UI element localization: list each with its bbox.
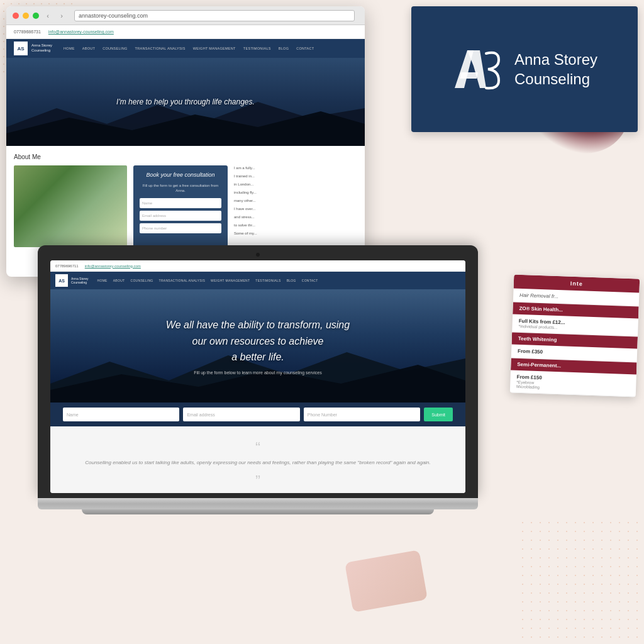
laptop-logo-mark: AS xyxy=(55,274,68,287)
laptop-hero-text: We all have the ability to transform, us… xyxy=(141,317,375,365)
laptop-foot xyxy=(82,509,434,514)
laptop-base xyxy=(38,498,478,509)
brand-card: Anna Storey Counseling xyxy=(411,6,638,132)
nav-home[interactable]: HOME xyxy=(61,47,77,50)
laptop-hero-subtext: Fill up the form below to learn more abo… xyxy=(194,370,321,375)
laptop-nav-blog[interactable]: BLOG xyxy=(285,279,298,282)
nav-blog[interactable]: BLOG xyxy=(276,47,291,50)
laptop-testimonial: “ Counselling enabled us to start talkin… xyxy=(50,426,465,493)
laptop-phone-placeholder: Phone Number xyxy=(308,413,337,417)
browser-url: annastorey-counseling.com xyxy=(79,13,148,19)
consultation-desc: Fill up the form to get a free consultat… xyxy=(140,183,221,194)
hero-text: I'm here to help you through life change… xyxy=(104,97,267,106)
laptop-email-input[interactable]: Email address xyxy=(183,408,299,421)
browser-forward-button[interactable]: › xyxy=(57,11,67,21)
laptop-phone-input[interactable]: Phone Number xyxy=(304,408,420,421)
laptop-email-placeholder: Email address xyxy=(187,413,214,417)
laptop-nav-about[interactable]: ABOUT xyxy=(111,279,127,282)
laptop-bezel: 07789696711 info@annastorey-counseling.c… xyxy=(38,245,478,498)
email-input[interactable]: Email address xyxy=(140,211,221,221)
laptop-screen: 07789696711 info@annastorey-counseling.c… xyxy=(50,260,465,493)
teeth-price: From £350 xyxy=(518,348,631,358)
laptop-nav-testimonials[interactable]: TESTIMONIALS xyxy=(253,279,282,282)
laptop-logo-text: Anna StoreyCounseling xyxy=(71,277,89,285)
laptop-form: Name Email address Phone Number Submit xyxy=(50,402,465,426)
nav-testimonials[interactable]: TESTIMONIALS xyxy=(241,47,274,50)
site-email[interactable]: info@annastorey-counseling.com xyxy=(48,30,114,34)
phone-input[interactable]: Phone number xyxy=(140,223,221,233)
laptop-name-input[interactable]: Name xyxy=(63,408,179,421)
laptop-name-placeholder: Name xyxy=(67,413,79,417)
nav-contact[interactable]: CONTACT xyxy=(294,47,316,50)
logo-text: Anna StoreyCounseling xyxy=(31,43,52,53)
laptop-nav-transactional[interactable]: TRANSACTIONAL ANALYSIS xyxy=(157,279,208,282)
site-topbar: 07789686731 info@annastorey-counseling.c… xyxy=(6,25,365,39)
laptop-nav-contact[interactable]: CONTACT xyxy=(300,279,320,282)
testimonial-quote: Counselling enabled us to start talking … xyxy=(75,459,440,467)
about-content: Book your free consultation Fill up the … xyxy=(14,165,357,247)
quote-close-icon: ” xyxy=(75,472,440,490)
nav-counseling[interactable]: COUNSELING xyxy=(100,47,130,50)
laptop-mockup: 07789696711 info@annastorey-counseling.c… xyxy=(38,245,478,514)
brand-logo-svg xyxy=(452,44,502,94)
browser-back-button[interactable]: ‹ xyxy=(43,11,53,21)
about-image xyxy=(14,165,127,247)
logo-mark: AS xyxy=(14,42,28,55)
browser-window: ‹ › annastorey-counseling.com 0778968673… xyxy=(6,6,365,277)
price-list-panel: Inte Hair Removal fr... ZO® Skin Health.… xyxy=(510,275,640,397)
laptop-nav-counseling[interactable]: COUNSELING xyxy=(128,279,155,282)
price-item-semi: From £150 *EyebrowMicroblading xyxy=(510,370,636,397)
nav-weight[interactable]: WEIGHT MANAGEMENT xyxy=(191,47,238,50)
laptop-phone: 07789696711 xyxy=(55,264,79,268)
laptop-email[interactable]: info@annastorey-counseling.com xyxy=(85,264,141,268)
site-hero: I'm here to help you through life change… xyxy=(6,58,365,146)
browser-minimize-dot[interactable] xyxy=(23,13,29,19)
laptop-nav-weight[interactable]: WEIGHT MANAGEMENT xyxy=(209,279,252,282)
site-logo: AS Anna StoreyCounseling xyxy=(14,42,52,55)
site-phone: 07789686731 xyxy=(14,30,41,34)
laptop-hero-line3: a better life. xyxy=(231,352,284,362)
browser-maximize-dot[interactable] xyxy=(33,13,39,19)
nav-transactional[interactable]: TRANSACTIONAL ANALYSIS xyxy=(133,47,188,50)
laptop-hero: We all have the ability to transform, us… xyxy=(50,289,465,402)
laptop-navigation: AS Anna StoreyCounseling HOME ABOUT COUN… xyxy=(50,272,465,289)
consultation-card: Book your free consultation Fill up the … xyxy=(133,165,228,247)
nav-about[interactable]: ABOUT xyxy=(80,47,97,50)
browser-close-dot[interactable] xyxy=(13,13,19,19)
browser-toolbar: ‹ › annastorey-counseling.com xyxy=(6,6,365,25)
hair-removal-name: Hair Removal fr... xyxy=(519,292,633,302)
brand-name-text: Anna Storey Counseling xyxy=(514,50,597,89)
laptop-submit-button[interactable]: Submit xyxy=(424,408,453,421)
background-pink-shape xyxy=(345,550,428,613)
laptop-hero-line1: We all have the ability to transform, us… xyxy=(166,319,350,330)
brand-line2: Counseling xyxy=(514,69,597,89)
laptop-nav-home[interactable]: HOME xyxy=(96,279,109,282)
laptop-hero-line2: our own resources to achieve xyxy=(192,336,323,347)
quote-open-icon: “ xyxy=(75,439,440,457)
site-navigation: AS Anna StoreyCounseling HOME ABOUT COUN… xyxy=(6,39,365,58)
browser-address-bar[interactable]: annastorey-counseling.com xyxy=(74,10,355,21)
about-title: About Me xyxy=(14,153,357,160)
laptop-topbar: 07789696711 info@annastorey-counseling.c… xyxy=(50,260,465,272)
background-dots-bottomright xyxy=(518,518,644,644)
site-about-section: About Me Book your free consultation Fil… xyxy=(6,146,365,255)
brand-logo-large xyxy=(452,44,502,94)
consultation-title: Book your free consultation xyxy=(140,172,221,179)
brand-line1: Anna Storey xyxy=(514,50,597,69)
about-text-area: I am a fully... I trained in... in Londo… xyxy=(234,165,357,247)
name-input[interactable]: Name xyxy=(140,198,221,208)
webcam-dot xyxy=(256,253,260,257)
laptop-logo: AS Anna StoreyCounseling xyxy=(55,274,89,287)
